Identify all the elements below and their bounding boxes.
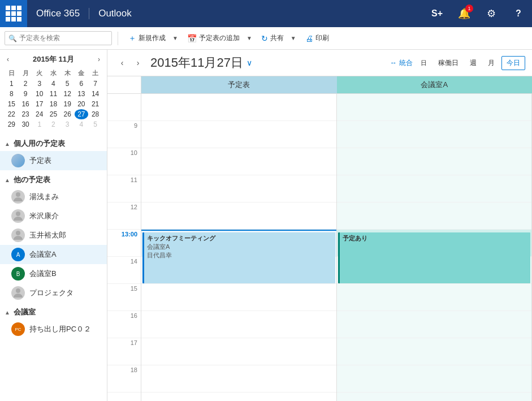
mini-cal-day-1[interactable]: 1: [5, 79, 19, 89]
mini-cal-day-12[interactable]: 12: [60, 89, 75, 99]
mini-cal-day-9[interactable]: 9: [19, 89, 33, 99]
projector-label: プロジェクタ: [29, 288, 73, 298]
workday-view-button[interactable]: 稼働日: [434, 57, 463, 70]
mini-cal-day-10[interactable]: 10: [32, 89, 46, 99]
mini-cal-day-16[interactable]: 16: [19, 99, 33, 109]
mini-cal-day-30[interactable]: 30: [19, 119, 33, 130]
cell-8-1[interactable]: [337, 94, 532, 121]
mini-cal-day-5[interactable]: 5: [60, 79, 75, 89]
mini-cal-day-1-other[interactable]: 1: [32, 119, 46, 130]
cell-11-1[interactable]: [337, 175, 532, 202]
share-label: 共有: [270, 33, 284, 43]
waffle-menu[interactable]: [0, 0, 27, 27]
sidebar-item-projector[interactable]: プロジェクタ: [0, 283, 107, 303]
calendar-grid-area: 予定表 会議室A 9 10 11 12 13:00 14 15 16 17 18: [107, 76, 532, 401]
personal-calendar-label: 個人用の予定表: [14, 139, 65, 149]
integrate-button[interactable]: ↔ 統合: [387, 57, 416, 70]
mini-cal-day-7[interactable]: 7: [88, 79, 102, 89]
personal-calendar-section[interactable]: ▲ 個人用の予定表: [0, 134, 107, 151]
add-calendar-button[interactable]: 📅 予定表の追加: [183, 31, 244, 45]
sidebar-item-pc02[interactable]: PC 持ち出し用PC０２: [0, 320, 107, 339]
mini-cal-day-22[interactable]: 22: [5, 109, 19, 119]
help-button[interactable]: ?: [505, 0, 532, 27]
mini-cal-day-24[interactable]: 24: [32, 109, 46, 119]
cell-15-1[interactable]: [337, 284, 532, 311]
mini-cal-day-14[interactable]: 14: [88, 89, 102, 99]
mini-cal-prev[interactable]: ‹: [5, 54, 11, 64]
sidebar-item-calendar[interactable]: 予定表: [0, 151, 107, 170]
svg-point-2: [16, 231, 20, 235]
kickoff-event[interactable]: キックオフミーティング 会議室A 目代昌幸: [142, 232, 335, 283]
share-button[interactable]: ↻ 共有: [257, 31, 288, 45]
time-column: 9 10 11 12 13:00 14 15 16 17 18: [107, 94, 141, 401]
month-view-button[interactable]: 月: [483, 57, 499, 70]
room-event[interactable]: 予定あり: [338, 232, 531, 283]
room-section[interactable]: ▲ 会議室: [0, 303, 107, 320]
new-event-button[interactable]: ＋ 新規作成: [124, 31, 170, 46]
mini-cal-day-17[interactable]: 17: [32, 99, 46, 109]
week-view-button[interactable]: 週: [465, 57, 481, 70]
cell-18-0[interactable]: [141, 365, 336, 393]
date-dropdown-arrow[interactable]: ∨: [246, 58, 252, 67]
other-calendar-section[interactable]: ▲ 他の予定表: [0, 170, 107, 187]
print-button[interactable]: 🖨 印刷: [301, 31, 334, 45]
mini-cal-day-13[interactable]: 13: [75, 89, 89, 99]
mini-cal-day-23[interactable]: 23: [19, 109, 33, 119]
notifications-button[interactable]: 🔔 1: [451, 0, 478, 27]
settings-button[interactable]: ⚙: [478, 0, 505, 27]
cell-12-0[interactable]: [141, 202, 336, 230]
mini-cal-day-27[interactable]: 27: [75, 109, 89, 119]
cell-18-1[interactable]: [337, 365, 532, 393]
cell-16-0[interactable]: [141, 311, 336, 338]
sidebar-item-room-b[interactable]: B 会議室B: [0, 264, 107, 283]
mini-cal-day-6[interactable]: 6: [75, 79, 89, 89]
sidebar-item-yuasa[interactable]: 湯浅まみ: [0, 187, 107, 206]
room-section-label: 会議室: [14, 307, 36, 317]
today-button[interactable]: 今日: [501, 56, 525, 70]
add-calendar-dropdown-arrow[interactable]: ▼: [244, 33, 254, 44]
new-event-dropdown-arrow[interactable]: ▼: [170, 33, 180, 44]
room-section-chevron: ▲: [5, 309, 10, 316]
mini-cal-day-21[interactable]: 21: [88, 99, 102, 109]
mini-cal-day-25[interactable]: 25: [46, 109, 60, 119]
cell-11-0[interactable]: [141, 175, 336, 202]
cell-10-0[interactable]: [141, 148, 336, 175]
cell-9-1[interactable]: [337, 121, 532, 148]
cell-15-0[interactable]: [141, 284, 336, 311]
cell-12-1[interactable]: [337, 202, 532, 230]
mini-cal-day-18[interactable]: 18: [46, 99, 60, 109]
cell-16-1[interactable]: [337, 311, 532, 338]
mini-cal-day-3-other[interactable]: 3: [60, 119, 75, 130]
sharepoint-button[interactable]: S+: [423, 0, 451, 27]
mini-cal-day-26[interactable]: 26: [60, 109, 75, 119]
mini-cal-day-11[interactable]: 11: [46, 89, 60, 99]
mini-cal-day-20[interactable]: 20: [75, 99, 89, 109]
mini-cal-day-8[interactable]: 8: [5, 89, 19, 99]
cell-17-1[interactable]: [337, 338, 532, 365]
search-input[interactable]: 🔍 予定表を検索: [5, 31, 112, 45]
share-dropdown-arrow[interactable]: ▼: [288, 33, 299, 44]
mini-cal-day-2-other[interactable]: 2: [46, 119, 60, 130]
mini-cal-day-4-other[interactable]: 4: [75, 119, 89, 130]
cell-8-0[interactable]: [141, 94, 336, 121]
time-slot-13: 13:00: [107, 230, 141, 257]
sidebar-item-yonezawa[interactable]: 米沢康介: [0, 206, 107, 226]
mini-calendar: ‹ 2015年 11月 › 日月火水木金土 123456789101112131…: [0, 50, 107, 134]
mini-cal-day-19[interactable]: 19: [60, 99, 75, 109]
time-slot-9: 9: [107, 121, 141, 148]
mini-cal-day-3[interactable]: 3: [32, 79, 46, 89]
cell-9-0[interactable]: [141, 121, 336, 148]
mini-cal-day-28[interactable]: 28: [88, 109, 102, 119]
sidebar-item-room-a[interactable]: A 会議室A: [0, 245, 107, 264]
mini-cal-day-29[interactable]: 29: [5, 119, 19, 130]
cal-next-button[interactable]: ›: [130, 55, 146, 71]
sidebar-item-tamai[interactable]: 玉井裕太郎: [0, 226, 107, 245]
cal-prev-button[interactable]: ‹: [114, 55, 130, 71]
cell-17-0[interactable]: [141, 338, 336, 365]
mini-cal-day-15[interactable]: 15: [5, 99, 19, 109]
mini-cal-day-2[interactable]: 2: [19, 79, 33, 89]
mini-cal-next[interactable]: ›: [96, 54, 102, 64]
mini-cal-day-5-other[interactable]: 5: [88, 119, 102, 130]
cell-10-1[interactable]: [337, 148, 532, 175]
mini-cal-day-4[interactable]: 4: [46, 79, 60, 89]
